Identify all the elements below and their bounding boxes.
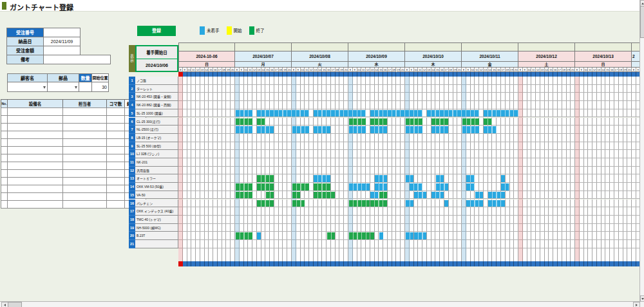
horizontal-scroll-thumb[interactable] bbox=[8, 302, 22, 307]
gantt-row-grid[interactable] bbox=[178, 216, 641, 224]
gantt-bar-segment[interactable] bbox=[370, 110, 422, 117]
gantt-row-grid[interactable] bbox=[178, 134, 641, 142]
gantt-bar-segment[interactable] bbox=[427, 110, 478, 117]
gantt-row-grid[interactable] bbox=[178, 77, 641, 85]
gantt-bar-segment[interactable] bbox=[466, 183, 475, 191]
scroll-right-button[interactable] bbox=[633, 302, 640, 307]
gantt-bar-segment[interactable] bbox=[431, 126, 448, 133]
gantt-bar-segment[interactable] bbox=[379, 232, 383, 239]
gantt-bar-segment[interactable] bbox=[466, 175, 475, 182]
gantt-row-grid[interactable] bbox=[178, 158, 641, 167]
gantt-bar-segment[interactable] bbox=[414, 192, 426, 199]
gantt-row-grid[interactable] bbox=[178, 150, 641, 158]
gantt-bar-segment[interactable] bbox=[462, 126, 479, 133]
gantt-row-grid[interactable] bbox=[178, 240, 641, 248]
gantt-bar-segment[interactable] bbox=[406, 200, 414, 207]
gantt-bar-segment[interactable] bbox=[292, 200, 305, 207]
gantt-bar-segment[interactable] bbox=[484, 110, 518, 117]
gantt-bar-segment[interactable] bbox=[327, 232, 336, 239]
gantt-bar-segment[interactable] bbox=[444, 200, 448, 207]
gantt-bar-segment[interactable] bbox=[406, 175, 414, 182]
gantt-bar-segment[interactable] bbox=[462, 118, 479, 126]
gantt-row-grid[interactable] bbox=[178, 93, 641, 101]
vertical-scroll-thumb[interactable] bbox=[640, 6, 644, 38]
gantt-bar-segment[interactable] bbox=[349, 118, 366, 126]
order-number-value[interactable] bbox=[43, 28, 80, 37]
gantt-bar-segment[interactable] bbox=[410, 183, 422, 191]
gantt-bar-segment[interactable] bbox=[257, 232, 261, 239]
gantt-bar-segment[interactable] bbox=[236, 183, 252, 191]
gantt-bar-segment[interactable] bbox=[501, 183, 509, 191]
gantt-bar-segment[interactable] bbox=[314, 126, 330, 133]
gantt-bar-segment[interactable] bbox=[375, 175, 387, 182]
gantt-bar-segment[interactable] bbox=[236, 126, 252, 133]
gantt-bar-segment[interactable] bbox=[406, 232, 414, 239]
gantt-bar-segment[interactable] bbox=[406, 126, 422, 133]
gantt-bar-segment[interactable] bbox=[292, 192, 301, 199]
gantt-bar-segment[interactable] bbox=[501, 175, 505, 182]
gantt-bar-segment[interactable] bbox=[257, 183, 274, 191]
gantt-bar-segment[interactable] bbox=[475, 192, 484, 199]
gantt-bar-segment[interactable] bbox=[257, 126, 274, 133]
gantt-bar-segment[interactable] bbox=[292, 183, 309, 191]
gantt-bar-segment[interactable] bbox=[484, 126, 496, 133]
gantt-bar-segment[interactable] bbox=[236, 118, 252, 126]
gantt-bar-segment[interactable] bbox=[370, 200, 387, 207]
gantt-bar-segment[interactable] bbox=[257, 175, 274, 182]
horizontal-scrollbar[interactable] bbox=[0, 301, 644, 307]
gantt-bar-segment[interactable] bbox=[349, 183, 370, 191]
gantt-bar-segment[interactable] bbox=[266, 192, 274, 199]
gantt-bar-segment[interactable] bbox=[414, 232, 426, 239]
gantt-bar-segment[interactable] bbox=[349, 200, 370, 207]
part-select[interactable] bbox=[47, 82, 79, 92]
gantt-bar-segment[interactable] bbox=[257, 200, 274, 207]
start-position-input[interactable]: 30 bbox=[91, 82, 109, 92]
gantt-bar-segment[interactable] bbox=[292, 126, 309, 133]
gantt-bar-segment[interactable] bbox=[370, 126, 387, 133]
gantt-row-label: NH-5000 (横MC) bbox=[135, 224, 178, 232]
gantt-bar-segment[interactable] bbox=[466, 200, 483, 207]
gantt-bar-segment[interactable] bbox=[236, 110, 252, 117]
gantt-bar-segment[interactable] bbox=[488, 192, 505, 199]
gantt-row-grid[interactable] bbox=[178, 142, 641, 151]
order-amount-value[interactable] bbox=[43, 46, 80, 55]
gantt-row-grid[interactable] bbox=[178, 85, 641, 93]
gantt-bar-segment[interactable] bbox=[370, 118, 387, 126]
register-button[interactable]: 登録 bbox=[137, 26, 176, 36]
remarks-value[interactable] bbox=[43, 55, 111, 64]
gantt-bar-segment[interactable] bbox=[314, 175, 330, 182]
gantt-bar-segment[interactable] bbox=[436, 175, 444, 182]
gantt-bar-segment[interactable] bbox=[375, 183, 387, 191]
gantt-bar-segment[interactable] bbox=[488, 200, 505, 207]
delivery-date-label: 納品日 bbox=[6, 37, 44, 46]
gantt-row-grid[interactable] bbox=[178, 224, 641, 232]
gantt-bar-segment[interactable] bbox=[431, 192, 444, 199]
gantt-bar-segment[interactable] bbox=[370, 232, 374, 239]
gantt-bar-segment[interactable] bbox=[314, 183, 330, 191]
gantt-bar-segment[interactable] bbox=[236, 192, 252, 199]
customer-select[interactable] bbox=[7, 82, 48, 92]
gantt-row-grid[interactable] bbox=[178, 101, 641, 109]
start-date-value[interactable]: 2024/10/06 bbox=[137, 59, 177, 71]
gantt-bar-segment[interactable] bbox=[314, 110, 365, 117]
vertical-scrollbar[interactable] bbox=[639, 0, 644, 301]
gantt-row-grid[interactable] bbox=[178, 167, 641, 175]
equipment-cell[interactable] bbox=[7, 200, 63, 209]
gantt-bar-segment[interactable] bbox=[431, 118, 448, 126]
quantity-input[interactable] bbox=[79, 82, 92, 92]
gantt-bar-segment[interactable] bbox=[349, 232, 370, 239]
gantt-bar-segment[interactable] bbox=[257, 118, 265, 126]
gantt-bar-segment[interactable] bbox=[436, 183, 448, 191]
delivery-date-value[interactable]: 2024/11/09 bbox=[43, 37, 80, 46]
equipment-cell[interactable] bbox=[106, 200, 125, 209]
gantt-bar-segment[interactable] bbox=[484, 118, 492, 126]
gantt-bar-segment[interactable] bbox=[379, 192, 388, 199]
gantt-bar-segment[interactable] bbox=[314, 192, 335, 199]
gantt-bar-segment[interactable] bbox=[370, 192, 379, 199]
gantt-bar-segment[interactable] bbox=[349, 126, 366, 133]
gantt-bar-segment[interactable] bbox=[257, 110, 308, 117]
gantt-bar-segment[interactable] bbox=[406, 118, 422, 126]
gantt-row-grid[interactable] bbox=[178, 207, 641, 216]
gantt-bar-segment[interactable] bbox=[236, 232, 252, 239]
equipment-cell[interactable] bbox=[62, 200, 107, 209]
